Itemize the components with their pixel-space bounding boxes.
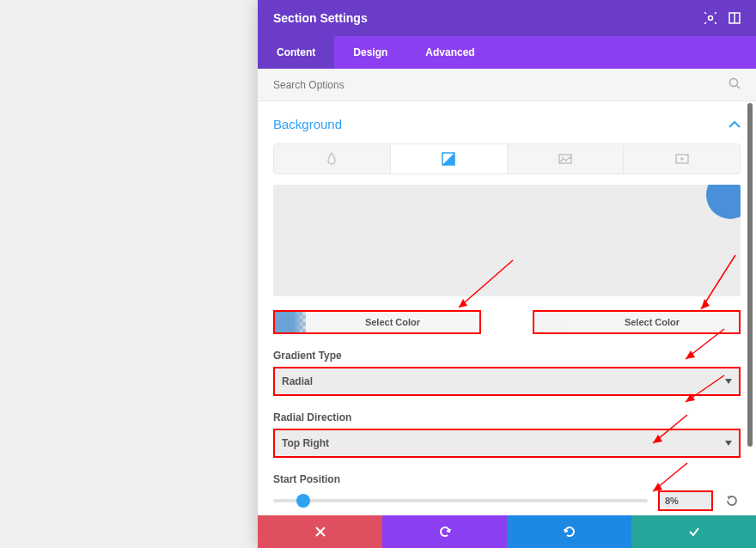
- search-bar: [258, 69, 756, 101]
- tab-design[interactable]: Design: [334, 36, 406, 69]
- cancel-button[interactable]: [258, 515, 382, 548]
- tab-advanced[interactable]: Advanced: [406, 36, 493, 69]
- bg-tab-gradient[interactable]: [391, 144, 508, 174]
- snap-icon[interactable]: [729, 12, 741, 24]
- color-swatch-1: [275, 312, 306, 332]
- svg-point-0: [709, 16, 713, 21]
- gradient-preview-corner: [706, 185, 741, 219]
- search-icon[interactable]: [729, 77, 741, 93]
- modal-footer: [258, 515, 756, 548]
- tab-content[interactable]: Content: [258, 36, 334, 69]
- gradient-type-select[interactable]: Radial: [275, 368, 739, 394]
- radial-direction-field: Radial Direction Top Right: [273, 411, 741, 458]
- start-position-label: Start Position: [273, 473, 741, 485]
- svg-line-4: [737, 86, 740, 88]
- select-color-1-button[interactable]: Select Color: [306, 312, 479, 332]
- expand-icon[interactable]: [704, 12, 716, 24]
- bg-tab-color[interactable]: [274, 144, 391, 174]
- scrollbar[interactable]: [747, 103, 753, 447]
- save-button[interactable]: [631, 515, 756, 548]
- modal-header: Section Settings: [258, 0, 756, 36]
- start-position-value[interactable]: [658, 490, 713, 511]
- start-position-thumb[interactable]: [296, 494, 310, 508]
- color-selector-1[interactable]: Select Color: [273, 310, 481, 334]
- gradient-type-field: Gradient Type Radial: [273, 350, 741, 396]
- modal-title: Section Settings: [273, 11, 368, 25]
- radial-direction-select[interactable]: Top Right: [275, 430, 739, 456]
- svg-point-7: [562, 157, 564, 159]
- color-swatch-2: [534, 312, 565, 332]
- background-subtabs: [273, 143, 741, 174]
- svg-point-3: [730, 78, 738, 86]
- search-input[interactable]: [273, 79, 729, 91]
- modal-header-actions: [704, 12, 741, 24]
- bg-tab-image[interactable]: [508, 144, 625, 174]
- start-position-slider[interactable]: [273, 499, 648, 502]
- color-selectors-row: Select Color Select Color: [273, 310, 741, 334]
- start-position-reset-icon[interactable]: [723, 492, 741, 509]
- redo-button[interactable]: [507, 515, 631, 548]
- section-header[interactable]: Background: [273, 101, 741, 143]
- radial-direction-label: Radial Direction: [273, 411, 741, 423]
- undo-button[interactable]: [382, 515, 507, 548]
- panel-body: Background Select Color Select Color Gra…: [258, 101, 756, 515]
- color-selector-2[interactable]: Select Color: [533, 310, 741, 334]
- svg-rect-6: [559, 155, 571, 163]
- settings-modal: Section Settings Content Design Advanced…: [258, 0, 756, 548]
- section-title: Background: [273, 117, 342, 131]
- chevron-up-icon: [729, 121, 741, 128]
- gradient-preview: [273, 185, 741, 296]
- select-color-2-button[interactable]: Select Color: [565, 312, 739, 332]
- bg-tab-video[interactable]: [624, 144, 740, 174]
- start-position-field: Start Position: [273, 473, 741, 511]
- modal-tabs: Content Design Advanced: [258, 36, 756, 69]
- gradient-type-label: Gradient Type: [273, 350, 741, 362]
